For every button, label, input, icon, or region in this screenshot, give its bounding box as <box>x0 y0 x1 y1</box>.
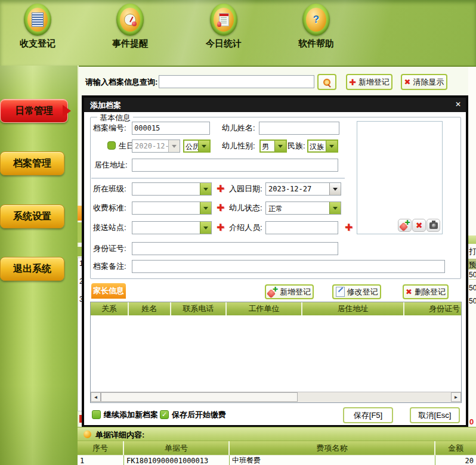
dropdown-button[interactable] <box>326 141 337 151</box>
continue-add-checkbox[interactable] <box>92 410 101 419</box>
child-status-combo[interactable]: 正常 <box>265 202 341 215</box>
clock-icon <box>116 4 144 36</box>
column-header-address[interactable]: 居住地址 <box>302 302 404 315</box>
sidebar-item-settings[interactable]: 系统设置 <box>0 204 64 228</box>
dropdown-button[interactable] <box>200 183 211 195</box>
search-icon <box>323 78 331 86</box>
fee-standard-combo[interactable] <box>132 202 212 215</box>
ethnic-label: 民族: <box>288 140 305 152</box>
add-archive-dialog: 添加档案 ✕ 基本信息 档案编号: 幼儿姓名: 生日 2020-12-27 公历… <box>82 95 468 427</box>
toolbar-item-stats[interactable]: 今日统计 <box>188 4 259 49</box>
introducer-input[interactable] <box>265 221 338 234</box>
station-combo[interactable] <box>132 221 212 234</box>
introducer-label: 介绍人员: <box>229 222 262 234</box>
id-number-input[interactable] <box>132 242 338 255</box>
toolbar-label: 收支登记 <box>2 38 73 49</box>
new-record-button[interactable]: ✚ 新增登记 <box>346 74 392 90</box>
search-button[interactable] <box>317 74 336 90</box>
column-header-index[interactable]: 序号 <box>78 441 124 455</box>
add-station-icon[interactable]: ✚ <box>217 223 224 232</box>
birthday-checkbox[interactable] <box>107 141 116 150</box>
tab-parent-info[interactable]: 家长信息 <box>91 283 126 299</box>
toolbar-label: 事件提醒 <box>94 38 166 49</box>
dropdown-button[interactable] <box>200 202 211 214</box>
class-combo[interactable] <box>132 182 212 196</box>
parent-edit-button[interactable]: 修改登记 <box>332 284 381 299</box>
column-header-phone[interactable]: 联系电话 <box>171 302 227 315</box>
scroll-right-icon[interactable]: ► <box>451 392 461 402</box>
sidebar-item-daily[interactable]: 日常管理 <box>0 99 68 123</box>
column-header-name[interactable]: 姓名 <box>129 302 171 315</box>
dropdown-button[interactable] <box>198 141 209 151</box>
import-photo-icon: ✚ <box>400 221 410 230</box>
child-status-value: 正常 <box>268 204 283 214</box>
birthday-date-combo[interactable]: 2020-12-27 <box>132 140 180 153</box>
delete-photo-icon: ✖ <box>416 221 423 230</box>
ethnic-combo[interactable]: 汉族 <box>307 140 338 153</box>
class-label: 所在班级: <box>93 183 126 195</box>
pay-after-save-checkbox[interactable]: ✓ <box>160 410 169 419</box>
dropdown-button[interactable] <box>274 141 286 151</box>
search-input[interactable] <box>159 75 314 88</box>
dropdown-button[interactable] <box>168 140 180 152</box>
dropdown-button[interactable] <box>329 183 341 195</box>
gender-combo[interactable]: 男 <box>259 140 287 153</box>
dropdown-button[interactable] <box>329 202 341 214</box>
parent-add-button[interactable]: ✚ 新增登记 <box>265 284 314 299</box>
id-number-label: 身份证号: <box>93 243 126 255</box>
clear-display-button[interactable]: ✖ 清除显示 <box>401 74 447 90</box>
bill-detail-label: 单据详细内容: <box>95 429 144 441</box>
cancel-button[interactable]: 取消[Esc] <box>410 407 460 423</box>
continue-add-label: 继续添加新档案 <box>104 409 158 421</box>
note-input[interactable] <box>132 260 445 273</box>
column-header-workunit[interactable]: 工作单位 <box>227 302 302 315</box>
address-label: 居住地址: <box>94 159 128 171</box>
ledger-icon <box>24 4 51 36</box>
sidebar-item-archive[interactable]: 档案管理 <box>0 151 64 175</box>
toolbar-item-help[interactable]: ? 软件帮助 <box>280 4 352 49</box>
parent-table-header: 关系 姓名 联系电话 工作单位 居住地址 身份证号 <box>91 302 461 315</box>
bill-table-row[interactable]: 1 FK18010900001000013 中班餐费 20 <box>78 455 476 465</box>
column-header-relation[interactable]: 关系 <box>91 302 129 315</box>
photo-delete-button[interactable]: ✖ <box>412 219 426 232</box>
add-fee-icon[interactable]: ✚ <box>217 203 224 213</box>
save-button[interactable]: 保存[F5] <box>343 407 393 423</box>
plus-icon: ✚ <box>349 78 356 86</box>
toolbar-item-reminder[interactable]: 事件提醒 <box>94 4 166 49</box>
add-class-icon[interactable]: ✚ <box>217 184 224 194</box>
background-value-fragment: 50 <box>469 284 476 292</box>
photo-import-button[interactable]: ✚ <box>398 219 412 232</box>
sidebar-item-label: 退出系统 <box>13 263 51 275</box>
address-input[interactable] <box>132 159 338 172</box>
cell-feename: 中班餐费 <box>230 455 435 465</box>
add-introducer-icon[interactable]: ✚ <box>345 223 353 232</box>
parent-table-body[interactable] <box>91 315 461 381</box>
enroll-date-combo[interactable]: 2023-12-27 <box>265 182 341 196</box>
sidebar-item-exit[interactable]: 退出系统 <box>0 257 64 281</box>
archive-no-input[interactable] <box>132 122 210 135</box>
horizontal-scrollbar[interactable]: ◄ ► <box>91 392 461 402</box>
enroll-date-value: 2023-12-27 <box>268 185 311 193</box>
column-header-idnumber[interactable]: 身份证号 <box>404 302 461 315</box>
dropdown-button[interactable] <box>200 222 211 234</box>
edit-icon <box>336 287 345 297</box>
add-record-icon: ✚ <box>268 287 277 297</box>
tab-parent-info-label: 家长信息 <box>93 286 124 296</box>
close-icon[interactable]: ✕ <box>455 100 461 108</box>
camera-icon <box>429 222 438 229</box>
scroll-left-icon[interactable]: ◄ <box>91 392 101 402</box>
column-header-feename[interactable]: 费项名称 <box>230 441 435 455</box>
pay-after-save-label: 保存后开始缴费 <box>172 409 226 421</box>
background-value-fragment: 50 <box>469 271 476 280</box>
help-icon: ? <box>302 4 330 36</box>
photo-camera-button[interactable] <box>426 219 440 232</box>
child-name-input[interactable] <box>259 122 339 135</box>
calendar-type-combo[interactable]: 公历 <box>183 140 211 153</box>
column-header-billno[interactable]: 单据号 <box>124 441 230 455</box>
note-label: 档案备注: <box>93 261 126 272</box>
toolbar-item-income[interactable]: 收支登记 <box>2 4 73 49</box>
parent-delete-button[interactable]: ✖ 删除登记 <box>403 284 449 299</box>
section-divider <box>91 178 345 179</box>
column-header-amount[interactable]: 金额 <box>435 441 476 455</box>
scrollbar-thumb[interactable] <box>101 392 298 402</box>
